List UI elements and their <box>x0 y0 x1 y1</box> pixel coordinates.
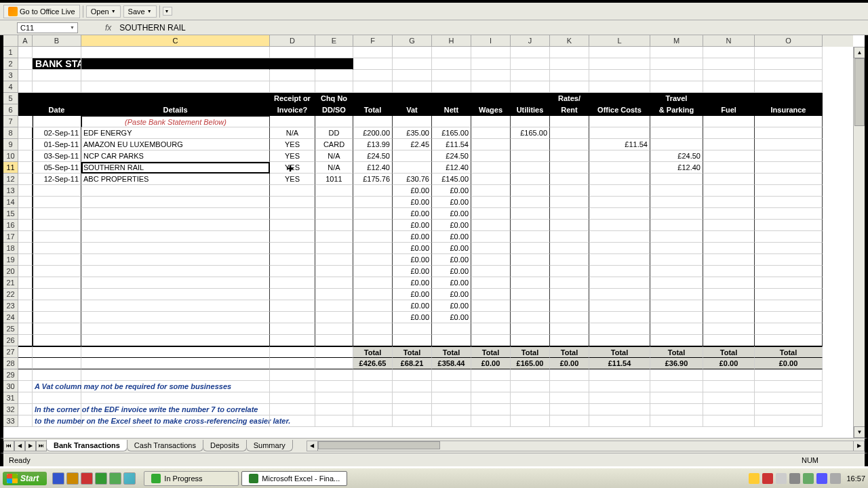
cell-A6[interactable] <box>18 104 33 116</box>
cell-O13[interactable] <box>755 185 823 197</box>
cell-M26[interactable] <box>650 335 703 346</box>
cell-F15[interactable] <box>353 208 393 220</box>
scroll-up-button[interactable]: ▲ <box>854 47 865 58</box>
cell-H26[interactable] <box>432 335 471 346</box>
tray-icon-1[interactable] <box>749 473 760 484</box>
cell-B22[interactable] <box>33 289 81 300</box>
cell-H24[interactable]: £0.00 <box>432 312 471 323</box>
tray-icon-4[interactable] <box>789 473 800 484</box>
column-header-N[interactable]: N <box>703 35 755 47</box>
cell-N19[interactable] <box>703 254 755 266</box>
cell-M17[interactable] <box>650 231 703 243</box>
cell-C22[interactable] <box>81 289 270 300</box>
cell-M32[interactable] <box>650 404 703 415</box>
cell-K14[interactable] <box>550 197 589 208</box>
cell-L27[interactable]: Total <box>589 346 650 358</box>
cell-C27[interactable] <box>81 346 270 358</box>
column-header-J[interactable]: J <box>511 35 550 47</box>
cell-M1[interactable] <box>650 47 703 58</box>
cell-M7[interactable] <box>650 116 703 127</box>
cell-K8[interactable] <box>550 127 589 139</box>
cell-C3[interactable] <box>81 70 270 81</box>
cell-N11[interactable] <box>703 162 755 174</box>
cell-N14[interactable] <box>703 197 755 208</box>
row-header-14[interactable]: 14 <box>3 197 18 208</box>
cell-O14[interactable] <box>755 197 823 208</box>
row-header-15[interactable]: 15 <box>3 208 18 220</box>
cell-O6[interactable]: Insurance <box>755 104 823 116</box>
cell-J25[interactable] <box>511 323 550 335</box>
cell-F9[interactable]: £13.99 <box>353 139 393 150</box>
cell-B31[interactable] <box>33 392 81 404</box>
cell-I26[interactable] <box>471 335 511 346</box>
cell-A3[interactable] <box>18 70 33 81</box>
cell-L22[interactable] <box>589 289 650 300</box>
cell-D18[interactable] <box>270 243 315 254</box>
scroll-left-button[interactable]: ◀ <box>307 441 318 451</box>
cell-A11[interactable] <box>18 162 33 174</box>
cell-L17[interactable] <box>589 231 650 243</box>
cell-H28[interactable]: £358.44 <box>432 358 471 369</box>
cell-J28[interactable]: £165.00 <box>511 358 550 369</box>
cell-B8[interactable]: 02-Sep-11 <box>33 127 81 139</box>
cell-L1[interactable] <box>589 47 650 58</box>
cell-O31[interactable] <box>755 392 823 404</box>
cell-I33[interactable] <box>471 415 511 427</box>
cell-D17[interactable] <box>270 231 315 243</box>
column-header-I[interactable]: I <box>471 35 511 47</box>
cell-I2[interactable] <box>471 58 511 70</box>
cell-A20[interactable] <box>18 266 33 277</box>
ql-icon-2[interactable] <box>66 472 79 485</box>
cell-E14[interactable] <box>315 197 353 208</box>
tab-prev-button[interactable]: ◀ <box>14 441 25 451</box>
cell-B15[interactable] <box>33 208 81 220</box>
cell-H22[interactable]: £0.00 <box>432 289 471 300</box>
cell-N8[interactable] <box>703 127 755 139</box>
column-header-C[interactable]: C <box>81 35 270 47</box>
cell-F31[interactable] <box>353 392 393 404</box>
cell-G23[interactable]: £0.00 <box>393 300 432 312</box>
cell-I14[interactable] <box>471 197 511 208</box>
cell-N27[interactable]: Total <box>703 346 755 358</box>
cell-N3[interactable] <box>703 70 755 81</box>
cell-H3[interactable] <box>432 70 471 81</box>
cell-G19[interactable]: £0.00 <box>393 254 432 266</box>
cell-C20[interactable] <box>81 266 270 277</box>
cell-H15[interactable]: £0.00 <box>432 208 471 220</box>
cell-B16[interactable] <box>33 220 81 231</box>
cell-F12[interactable]: £175.76 <box>353 174 393 185</box>
cell-J21[interactable] <box>511 277 550 289</box>
cell-N32[interactable] <box>703 404 755 415</box>
cell-K33[interactable] <box>550 415 589 427</box>
cell-O4[interactable] <box>755 81 823 93</box>
row-header-22[interactable]: 22 <box>3 289 18 300</box>
cell-K4[interactable] <box>550 81 589 93</box>
cell-D14[interactable] <box>270 197 315 208</box>
cell-C30[interactable] <box>81 381 270 392</box>
cell-I28[interactable]: £0.00 <box>471 358 511 369</box>
cell-A32[interactable] <box>18 404 33 415</box>
cell-M4[interactable] <box>650 81 703 93</box>
cell-N4[interactable] <box>703 81 755 93</box>
cell-O21[interactable] <box>755 277 823 289</box>
cell-I32[interactable] <box>471 404 511 415</box>
row-header-1[interactable]: 1 <box>3 47 18 58</box>
cell-H12[interactable]: £145.00 <box>432 174 471 185</box>
cell-H29[interactable] <box>432 369 471 381</box>
sheet-tab-bank-transactions[interactable]: Bank Transactions <box>46 440 127 451</box>
cell-E28[interactable] <box>315 358 353 369</box>
cell-D28[interactable] <box>270 358 315 369</box>
cell-C21[interactable] <box>81 277 270 289</box>
row-header-32[interactable]: 32 <box>3 404 18 415</box>
cell-J19[interactable] <box>511 254 550 266</box>
cell-O8[interactable] <box>755 127 823 139</box>
cell-D21[interactable] <box>270 277 315 289</box>
cell-M12[interactable] <box>650 174 703 185</box>
cell-I3[interactable] <box>471 70 511 81</box>
tray-icon-3[interactable] <box>776 473 787 484</box>
ql-icon-1[interactable] <box>52 472 64 485</box>
cell-M24[interactable] <box>650 312 703 323</box>
cell-N20[interactable] <box>703 266 755 277</box>
cell-M31[interactable] <box>650 392 703 404</box>
cell-K32[interactable] <box>550 404 589 415</box>
